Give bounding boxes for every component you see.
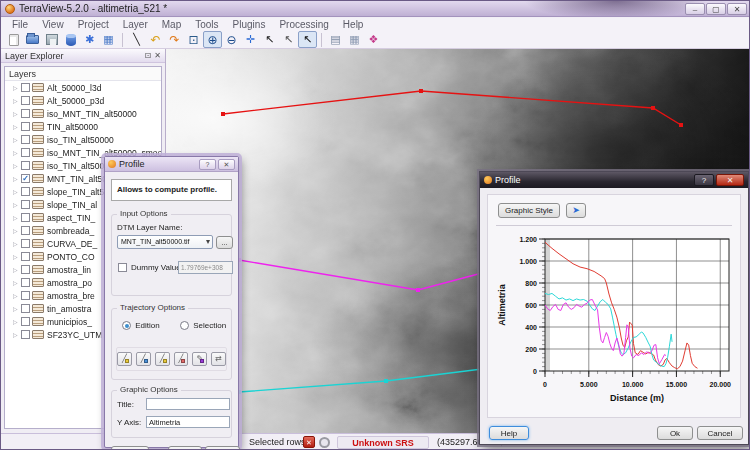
layer-visibility-checkbox[interactable]	[21, 148, 30, 157]
expand-icon[interactable]: ▷	[13, 279, 21, 286]
expand-icon[interactable]: ▷	[13, 84, 21, 91]
trajectory-move-button[interactable]: ╱	[155, 352, 170, 366]
expand-icon[interactable]: ▷	[13, 201, 21, 208]
trajectory-2-vertex[interactable]	[384, 379, 388, 383]
trajectory-edit-button[interactable]: ✎	[192, 352, 207, 366]
layer-visibility-checkbox[interactable]	[21, 304, 30, 313]
datasource-button[interactable]	[61, 31, 80, 48]
pan-button[interactable]: ✛	[241, 31, 260, 48]
layer-visibility-checkbox[interactable]	[21, 226, 30, 235]
layer-label[interactable]: TIN_alt50000	[47, 122, 98, 132]
layer-visibility-checkbox[interactable]	[21, 135, 30, 144]
chart-help-button[interactable]: ?	[694, 174, 714, 186]
layers-root-node[interactable]: Layers	[5, 67, 161, 81]
title-field[interactable]	[146, 398, 230, 410]
layer-label[interactable]: CURVA_DE_	[47, 239, 97, 249]
layer-label[interactable]: iso_TIN_alt50000	[47, 135, 114, 145]
edition-radio[interactable]: Edition	[122, 321, 160, 330]
layer-label[interactable]: municipios_	[47, 317, 92, 327]
layer-visibility-checkbox[interactable]	[21, 187, 30, 196]
dialog-close-button[interactable]: ✕	[218, 159, 235, 170]
expand-icon[interactable]: ▷	[13, 136, 21, 143]
undo-button[interactable]: ↶	[146, 31, 165, 48]
expand-icon[interactable]: ▷	[13, 214, 21, 221]
data-table-button[interactable]: ▦	[99, 31, 118, 48]
selection-radio[interactable]: Selection	[180, 321, 226, 330]
layer-visibility-checkbox[interactable]	[21, 213, 30, 222]
y-axis-field[interactable]	[146, 416, 230, 428]
title-bar[interactable]: TerraView-5.2.0 - altimetria_521 * – ▢ ✕	[1, 1, 750, 17]
pointer-button[interactable]: ↖	[279, 31, 298, 48]
edition-radio-circle[interactable]	[122, 321, 131, 330]
chart-close-button[interactable]: ✕	[716, 174, 744, 186]
trajectory-delete-button[interactable]: ╱	[174, 352, 189, 366]
chart-window-titlebar[interactable]: Profile ? ✕	[480, 172, 748, 188]
layer-label[interactable]: amostra_po	[47, 278, 92, 288]
dialog-help-action-button[interactable]: Help	[111, 446, 149, 450]
selection-button[interactable]: ↖	[298, 31, 317, 48]
expand-icon[interactable]: ▷	[13, 292, 21, 299]
dialog-ok-button[interactable]: Ok	[168, 446, 202, 450]
dummy-value-checkbox[interactable]	[118, 263, 127, 272]
expand-icon[interactable]: ▷	[13, 318, 21, 325]
color-palette-button[interactable]: ❖	[364, 31, 383, 48]
layer-visibility-checkbox[interactable]	[21, 291, 30, 300]
browse-button[interactable]: ...	[216, 236, 233, 249]
save-project-button[interactable]	[42, 31, 61, 48]
layer-visibility-checkbox[interactable]	[21, 317, 30, 326]
map-display-button[interactable]: ▤	[326, 31, 345, 48]
zoom-out-button[interactable]: ⊖	[222, 31, 241, 48]
menu-map[interactable]: Map	[155, 19, 188, 30]
layer-label[interactable]: amostra_lin	[47, 265, 91, 275]
layer-visibility-checkbox[interactable]	[21, 252, 30, 261]
expand-icon[interactable]: ▷	[13, 305, 21, 312]
expand-icon[interactable]: ▷	[13, 227, 21, 234]
srs-status[interactable]: Unknown SRS	[337, 436, 429, 449]
query-button[interactable]: ✱	[80, 31, 99, 48]
expand-icon[interactable]: ▷	[13, 266, 21, 273]
layer-label[interactable]: Alt_50000_p3d	[47, 96, 104, 106]
profile-dialog-titlebar[interactable]: Profile ? ✕	[105, 157, 238, 172]
new-project-button[interactable]	[4, 31, 23, 48]
layer-label[interactable]: SF23YC_UTM	[47, 330, 102, 340]
globe-icon[interactable]	[319, 437, 330, 448]
layer-label[interactable]: iso_MNT_TIN_alt50000	[47, 109, 137, 119]
layer-visibility-checkbox[interactable]	[21, 83, 30, 92]
expand-icon[interactable]: ▷	[13, 97, 21, 104]
graphic-style-button[interactable]: Graphic Style	[498, 203, 560, 218]
expand-icon[interactable]: ▷	[13, 110, 21, 117]
layer-visibility-checkbox[interactable]	[21, 330, 30, 339]
chart-ok-button[interactable]: Ok	[657, 426, 693, 440]
trajectory-1-vertex[interactable]	[221, 112, 225, 116]
expand-icon[interactable]: ▷	[13, 240, 21, 247]
layer-visibility-checkbox[interactable]	[21, 239, 30, 248]
info-cursor-button[interactable]: ↖	[260, 31, 279, 48]
draw-line-button[interactable]: ╲	[127, 31, 146, 48]
layer-label[interactable]: amostra_bre	[47, 291, 95, 301]
dtm-layer-combobox[interactable]: MNT_TIN_alt50000.tif	[117, 235, 213, 249]
chart-help-action-button[interactable]: Help	[489, 426, 529, 440]
layer-label[interactable]: aspect_TIN_	[47, 213, 95, 223]
selection-radio-circle[interactable]	[180, 321, 189, 330]
grid-view-button[interactable]: ▦	[345, 31, 364, 48]
layer-visibility-checkbox[interactable]	[21, 96, 30, 105]
expand-icon[interactable]: ▷	[13, 188, 21, 195]
pointer-tool-button[interactable]: ➤	[566, 203, 586, 218]
layer-visibility-checkbox[interactable]	[21, 109, 30, 118]
layer-label[interactable]: tin_amostra	[47, 304, 91, 314]
menu-view[interactable]: View	[35, 19, 71, 30]
menu-help[interactable]: Help	[336, 19, 371, 30]
layer-label[interactable]: slope_TIN_al	[47, 200, 97, 210]
maximize-button[interactable]: ▢	[706, 3, 726, 15]
layer-label[interactable]: PONTO_CO	[47, 252, 95, 262]
layer-visibility-checkbox[interactable]	[21, 278, 30, 287]
redo-button[interactable]: ↷	[165, 31, 184, 48]
trajectory-add-button[interactable]: ╱	[136, 352, 151, 366]
zoom-in-button[interactable]: ⊕	[203, 31, 222, 48]
layer-visibility-checkbox[interactable]	[21, 161, 30, 170]
expand-icon[interactable]: ▷	[13, 162, 21, 169]
trajectory-1-vertex[interactable]	[651, 106, 655, 110]
open-project-button[interactable]	[23, 31, 42, 48]
layer-visibility-checkbox[interactable]	[21, 265, 30, 274]
stop-selection-icon[interactable]: ✕	[303, 436, 315, 448]
